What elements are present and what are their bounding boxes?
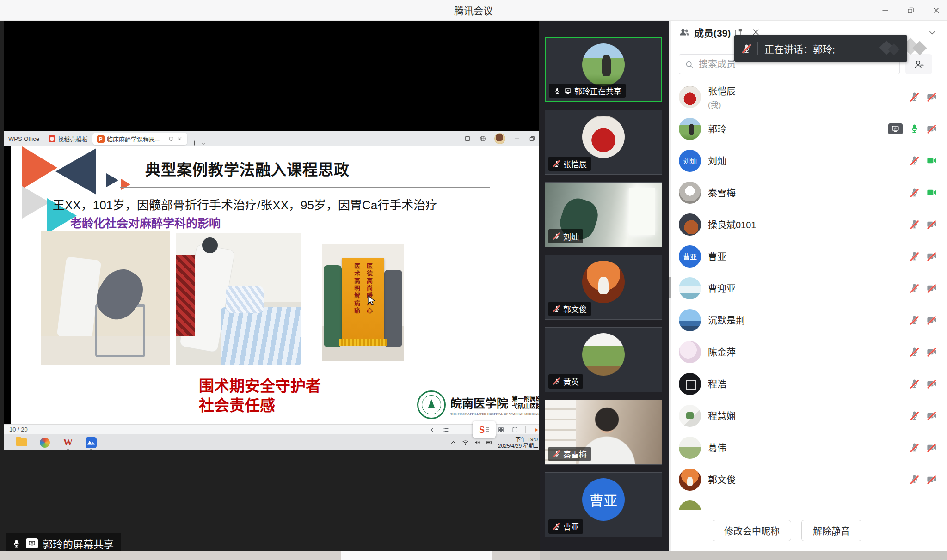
new-tab-icon[interactable] [191,140,198,146]
video-tile-3[interactable]: 刘灿 [545,182,662,247]
mic-muted-icon[interactable] [909,474,920,485]
slide-title-rule [120,187,490,188]
member-row-4[interactable]: 秦雪梅 [671,177,947,208]
mic-muted-icon[interactable] [909,378,920,390]
cam-muted-icon[interactable] [926,123,937,134]
mic-muted-icon [553,160,560,168]
cam-on-icon[interactable] [926,187,937,198]
mic-muted-icon [553,232,560,240]
photo-doctor-walker [41,231,170,365]
slide-red-text: 围术期安全守护者 社会责任感 [199,377,321,415]
screen-share-indicator-pill[interactable]: 郭玲的屏幕共享 [6,533,121,551]
taskbar-clock[interactable]: 下午 19:0 2025/4/29 星期二 [498,436,538,449]
mic-muted-icon[interactable] [909,283,920,294]
video-tile-2[interactable]: 张恺辰 [545,110,662,175]
mic-muted-icon[interactable] [909,442,920,453]
unmute-button[interactable]: 解除静音 [801,520,861,541]
member-row-partial[interactable] [671,495,947,510]
member-row-6[interactable]: 曹亚曹亚 [671,240,947,272]
tab-close-icon[interactable] [177,136,183,142]
mic-muted-icon[interactable] [909,219,920,230]
cam-muted-icon[interactable] [926,91,937,103]
floating-s-tool-badge[interactable]: S [473,421,496,438]
member-row-2[interactable]: 郭玲 [671,113,947,145]
participant-avatar [582,43,625,86]
avatar: 曹亚 [679,245,701,268]
member-row-9[interactable]: 陈金萍 [671,336,947,368]
minimize-icon[interactable] [881,6,890,15]
video-tile-7[interactable]: 曹亚曹亚 [545,472,662,537]
cam-muted-icon[interactable] [926,315,937,326]
member-row-13[interactable]: 郭文俊 [671,463,947,495]
wps-restore-icon[interactable] [529,135,536,142]
tray-wifi-icon[interactable] [462,439,469,446]
tray-chevron-up-icon[interactable] [450,439,457,446]
tab-wps-office[interactable]: WPS Office [4,131,44,146]
mic-on-icon[interactable] [909,123,920,134]
slideshow-play-icon[interactable] [533,426,539,433]
cam-on-icon[interactable] [926,155,937,166]
tab-presentation-active[interactable]: P 临床麻醉学课程思政集体备课 [92,133,187,145]
taskbar-file-explorer-icon[interactable] [16,437,28,449]
taskbar-wps-icon[interactable]: W [62,437,74,449]
video-tile-1[interactable]: 郭玲正在共享 [545,37,662,102]
wps-minimize-icon[interactable] [513,135,521,142]
member-row-1[interactable]: 张恺辰(我) [671,81,947,113]
close-window-icon[interactable] [932,6,941,15]
member-row-5[interactable]: 操良斌0101 [671,208,947,240]
member-name: 刘灿 [708,154,909,167]
member-row-7[interactable]: 曹迎亚 [671,272,947,304]
slide-case-text: 王XX，101岁，因髋部骨折行手术治疗/张XX，95岁，因胃Ca行手术治疗 [53,195,437,213]
avatar [679,469,701,491]
taskbar-meeting-app-icon[interactable] [85,437,97,449]
mic-muted-icon[interactable] [909,315,920,326]
video-tile-4[interactable]: 郭文俊 [545,255,662,320]
mic-muted-icon[interactable] [909,410,920,421]
member-name: 操良斌0101 [708,218,909,231]
cam-muted-icon[interactable] [926,219,937,230]
collapse-chevron-icon[interactable] [928,28,937,37]
mic-muted-icon[interactable] [909,91,920,103]
member-row-3[interactable]: 刘灿刘灿 [671,145,947,177]
video-tile-6[interactable]: 秦雪梅 [545,400,662,465]
cam-muted-icon[interactable] [926,442,937,453]
member-list[interactable]: 张恺辰(我)郭玲刘灿刘灿秦雪梅操良斌0101曹亚曹亚曹迎亚沉默是荆陈金萍程浩程慧… [671,81,947,510]
wps-layout-icon[interactable] [464,135,471,142]
cam-muted-icon[interactable] [926,378,937,390]
screen-sharing-badge [888,123,903,134]
mic-on-icon [12,539,21,548]
member-row-10[interactable]: 程浩 [671,368,947,400]
cam-muted-icon[interactable] [926,410,937,421]
wps-globe-icon[interactable] [479,135,486,142]
mic-muted-icon[interactable] [909,155,920,166]
change-nickname-button[interactable]: 修改会中昵称 [713,520,791,541]
taskbar-browser-icon[interactable] [39,437,51,449]
wps-account-avatar[interactable] [494,133,505,144]
avatar [679,309,701,331]
mic-muted-icon[interactable] [909,251,920,262]
wps-office-window: WPS Office 找稻壳模板 P 临床麻醉学课程思政集体备课 [4,131,539,434]
cam-muted-icon[interactable] [926,283,937,294]
video-tile-5[interactable]: 黄英 [545,327,662,392]
slide-title: 典型案例教学法融入课程思政 [145,158,350,180]
restore-window-icon[interactable] [906,6,915,15]
member-name: 张恺辰 [708,84,909,97]
tab-list-chevron-icon[interactable] [201,141,206,146]
tray-battery-icon[interactable] [486,439,493,446]
member-row-11[interactable]: 程慧娴 [671,400,947,432]
member-row-8[interactable]: 沉默是荆 [671,304,947,336]
cam-muted-icon[interactable] [926,347,937,358]
slide-sorter-icon[interactable] [498,426,504,433]
member-row-12[interactable]: 葛伟 [671,432,947,463]
outline-list-icon[interactable] [443,426,449,433]
cam-muted-icon[interactable] [926,251,937,262]
cam-muted-icon[interactable] [926,474,937,485]
mic-muted-icon[interactable] [909,187,920,198]
tab-docer-templates[interactable]: 找稻壳模板 [44,131,92,146]
tab-pin-icon[interactable] [168,136,174,142]
previous-slide-icon[interactable] [429,426,436,433]
avatar [679,277,701,299]
reading-view-icon[interactable] [511,426,518,433]
mic-muted-icon[interactable] [909,347,920,358]
tray-volume-icon[interactable] [474,439,481,446]
